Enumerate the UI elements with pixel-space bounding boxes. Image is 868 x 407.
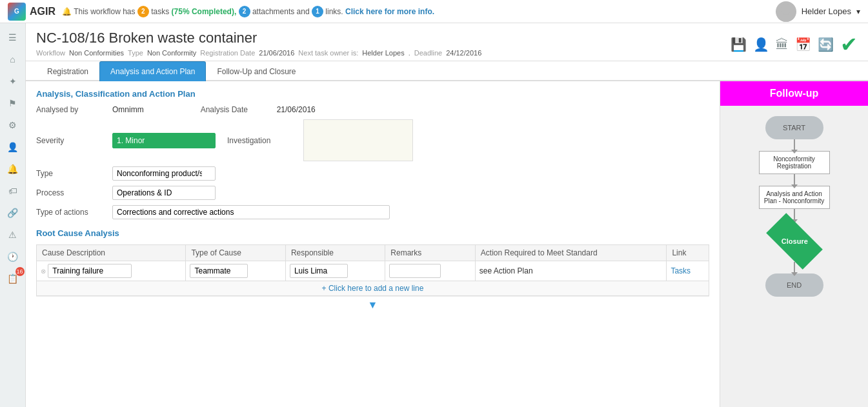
main-layout: ☰ ⌂ ✦ ⚑ ⚙ 👤 🔔 🏷 🔗 ⚠ 🕐 📋 16 NC-108/16 Bro… — [0, 23, 868, 407]
logo-icon: G — [8, 3, 26, 21]
type-actions-label: Type of actions — [36, 208, 107, 217]
table-row: ⊗ Training failure Teammate — [37, 261, 709, 281]
col-remarks: Remarks — [385, 245, 475, 261]
sidebar-flag-icon[interactable]: ⚑ — [4, 94, 22, 112]
type-select[interactable]: Nonconforming product/service Other — [112, 166, 216, 181]
page-header: NC-108/16 Broken waste container Workflo… — [26, 23, 868, 61]
sidebar-home-icon[interactable]: ⌂ — [4, 50, 22, 68]
type-of-cause-select[interactable]: Teammate — [190, 264, 248, 278]
links-badge: 1 — [312, 6, 323, 17]
reg-date-label: Registration Date — [200, 49, 255, 57]
col-action-required: Action Required to Meet Standard — [475, 245, 667, 261]
col-type-of-cause: Type of Cause — [186, 245, 285, 261]
header-left: NC-108/16 Broken waste container Workflo… — [36, 30, 481, 57]
reg-date-value: 21/06/2016 — [259, 49, 294, 57]
actions-select[interactable]: Corrections and corrective actions Other — [112, 205, 390, 219]
workflow-value: Non Conformities — [69, 49, 124, 57]
wf-arrow-3 — [794, 209, 795, 221]
sidebar-tasks-icon[interactable]: 📋 16 — [4, 270, 22, 288]
tab-analysis[interactable]: Analysis and Action Plan — [99, 61, 206, 81]
type-select-wrap: Nonconforming product/service Other — [112, 166, 216, 181]
col-link: Link — [667, 245, 709, 261]
root-cause-title: Root Cause Analysis — [36, 228, 709, 238]
sidebar-clock-icon[interactable]: 🕐 — [4, 248, 22, 266]
wf-arrow-1 — [794, 139, 795, 151]
sidebar-user-icon[interactable]: 👤 — [4, 138, 22, 156]
type-actions-row: Type of actions Corrections and correcti… — [36, 205, 709, 219]
tasks-badge: 2 — [137, 6, 149, 17]
section-title: Analysis, Classification and Action Plan — [36, 89, 709, 99]
remarks-input[interactable] — [389, 264, 441, 278]
notif-cta-link[interactable]: Click here for more info. — [345, 6, 434, 15]
process-select-wrap: Operations & ID Other — [112, 186, 216, 200]
svg-point-0 — [781, 4, 791, 14]
page-title: NC-108/16 Broken waste container — [36, 30, 481, 46]
severity-select[interactable]: 1. Minor 2. Moderate 3. Major 4. Critica… — [112, 133, 216, 148]
sidebar-tag-icon[interactable]: 🏷 — [4, 182, 22, 200]
responsible-select[interactable]: Luis Lima — [290, 264, 348, 278]
user-chevron-icon[interactable]: ▾ — [856, 7, 860, 16]
app-logo: G AGIR — [8, 3, 56, 21]
sidebar: ☰ ⌂ ✦ ⚑ ⚙ 👤 🔔 🏷 🔗 ⚠ 🕐 📋 16 — [0, 23, 26, 407]
col-responsible: Responsible — [285, 245, 385, 261]
notif-text-before: This workflow has — [74, 6, 135, 15]
sidebar-link-icon[interactable]: 🔗 — [4, 204, 22, 222]
task-link[interactable]: Tasks — [671, 266, 691, 275]
responsible-cell: Luis Lima — [285, 261, 385, 281]
remove-row-icon[interactable]: ⊗ — [41, 268, 46, 275]
investigation-textarea[interactable] — [303, 119, 413, 161]
cause-desc-cell: ⊗ Training failure — [37, 261, 186, 281]
process-select[interactable]: Operations & ID Other — [112, 186, 216, 200]
type-value: Non Conformity — [147, 49, 196, 57]
wf-arrow-4 — [794, 262, 795, 273]
analysed-by-value: Omnimm — [112, 105, 144, 114]
type-label: Type — [128, 49, 143, 57]
body-split: Analysis, Classification and Action Plan… — [26, 81, 868, 407]
sidebar-network-icon[interactable]: ✦ — [4, 72, 22, 90]
header-icons: 💾 👤 🏛 📅 🔄 ✔ — [731, 32, 858, 57]
sidebar-settings-icon[interactable]: ⚙ — [4, 116, 22, 134]
process-row: Process Operations & ID Other — [36, 186, 709, 200]
svg-point-1 — [778, 14, 794, 22]
tab-followup[interactable]: Follow-Up and Closure — [206, 61, 307, 81]
save-icon[interactable]: 💾 — [731, 37, 747, 52]
analysis-date-label: Analysis Date — [201, 105, 272, 114]
app-name: AGIR — [30, 6, 56, 17]
sidebar-warning-icon[interactable]: ⚠ — [4, 226, 22, 244]
sidebar-menu-icon[interactable]: ☰ — [4, 28, 22, 46]
notif-attach-label: attachments and — [252, 6, 310, 15]
refresh-icon[interactable]: 🔄 — [818, 37, 834, 52]
form-area: Analysis, Classification and Action Plan… — [26, 81, 720, 407]
analysed-by-row: Analysed by Omnimm Analysis Date 21/06/2… — [36, 105, 709, 114]
wf-analysis-node: Analysis and Action Plan - Nonconformity — [759, 186, 830, 209]
cause-desc-select[interactable]: Training failure — [48, 264, 132, 278]
complete-icon[interactable]: ✔ — [840, 32, 858, 57]
root-cause-table: Cause Description Type of Cause Responsi… — [36, 244, 709, 296]
workflow-label: Workflow — [36, 49, 65, 57]
severity-row: Severity 1. Minor 2. Moderate 3. Major 4… — [36, 119, 709, 161]
user-area: Helder Lopes ▾ — [776, 1, 860, 22]
attachments-badge: 2 — [239, 6, 250, 17]
wf-end-node: END — [765, 273, 823, 297]
followup-panel: Follow-up START NonconformityRegistratio… — [720, 81, 868, 407]
tab-registration[interactable]: Registration — [36, 61, 99, 81]
add-line-link[interactable]: + Click here to add a new line — [322, 284, 424, 293]
collapse-arrow[interactable]: ▼ — [36, 296, 709, 313]
followup-header: Follow-up — [720, 81, 868, 106]
tabs-bar: Registration Analysis and Action Plan Fo… — [26, 61, 868, 81]
root-cause-section: Root Cause Analysis Cause Description Ty… — [36, 228, 709, 296]
wf-start-node: START — [765, 116, 823, 139]
severity-select-wrap: 1. Minor 2. Moderate 3. Major 4. Critica… — [112, 133, 216, 148]
process-label: Process — [36, 188, 107, 197]
workflow-diagram: START NonconformityRegistration Analysis… — [720, 106, 868, 407]
next-task-value: Helder Lopes — [362, 49, 404, 57]
action-required-cell: see Action Plan — [475, 261, 667, 281]
wf-nonconformity-node: NonconformityRegistration — [759, 151, 830, 174]
analysis-date-value: 21/06/2016 — [277, 105, 316, 114]
calendar-icon[interactable]: 📅 — [795, 37, 811, 52]
sidebar-tasks-badge: 16 — [15, 267, 25, 276]
sidebar-bell-icon[interactable]: 🔔 — [4, 160, 22, 178]
user-icon[interactable]: 👤 — [753, 37, 769, 52]
add-row-cell: + Click here to add a new line — [37, 281, 709, 296]
org-chart-icon[interactable]: 🏛 — [776, 37, 789, 52]
